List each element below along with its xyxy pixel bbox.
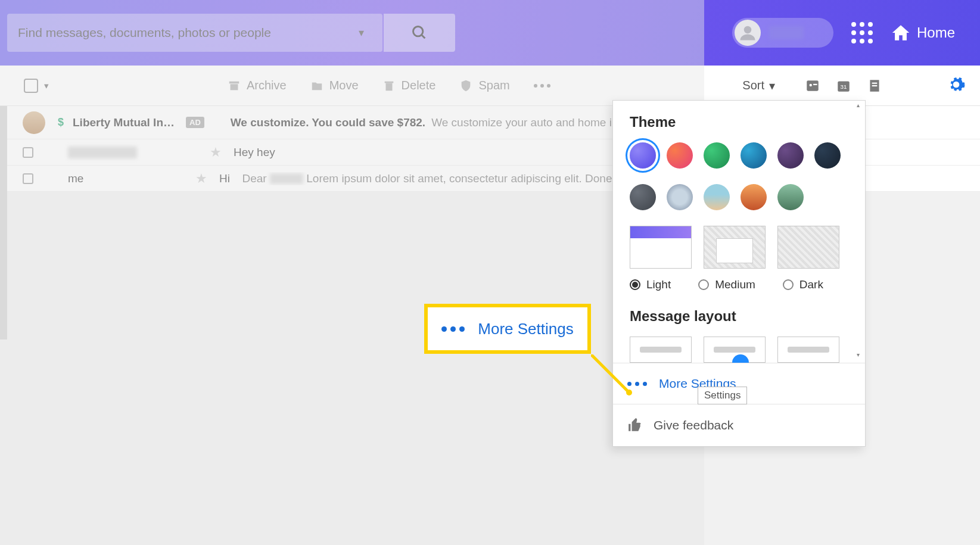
settings-button[interactable]	[947, 75, 966, 96]
star-icon[interactable]: ★	[210, 145, 222, 160]
message-subject: Hey hey	[234, 146, 275, 159]
top-bar: ▾ Home	[0, 0, 980, 66]
theme-swatch[interactable]	[667, 184, 693, 210]
settings-tooltip: Settings	[698, 387, 747, 404]
shield-icon	[459, 79, 472, 92]
contacts-icon[interactable]	[805, 78, 820, 94]
sort-label: Sort	[742, 79, 764, 92]
annotation-callout: More Settings	[424, 304, 591, 354]
radio-medium[interactable]: Medium	[698, 278, 755, 291]
archive-button[interactable]: Archive	[228, 79, 287, 92]
profile-name	[769, 26, 804, 39]
ad-sender: Liberty Mutual Insu…	[73, 116, 179, 129]
ad-badge: AD	[186, 117, 204, 128]
home-icon	[891, 23, 911, 43]
home-link[interactable]: Home	[891, 23, 955, 43]
radio-dark[interactable]: Dark	[783, 278, 823, 291]
svg-text:31: 31	[841, 83, 847, 90]
search-button[interactable]	[384, 14, 455, 52]
ad-subject: We customize. You could save $782.	[231, 116, 425, 129]
theme-mode-cards	[630, 226, 850, 269]
archive-icon	[228, 79, 241, 92]
panel-scrollbar[interactable]	[855, 102, 864, 358]
svg-rect-7	[807, 80, 819, 91]
spam-button[interactable]: Spam	[459, 79, 509, 92]
chevron-down-icon[interactable]: ▾	[359, 26, 364, 39]
mode-card-medium[interactable]	[704, 226, 766, 269]
mode-card-dark[interactable]	[777, 226, 839, 269]
theme-swatch[interactable]	[704, 142, 730, 169]
gear-icon	[947, 75, 966, 94]
theme-swatch[interactable]	[814, 142, 841, 169]
svg-point-0	[413, 27, 423, 36]
svg-rect-13	[872, 82, 878, 83]
message-sender: me	[68, 172, 200, 185]
move-icon	[310, 79, 323, 92]
theme-swatch[interactable]	[667, 142, 693, 169]
theme-swatch[interactable]	[704, 184, 730, 210]
select-all-checkbox[interactable]	[24, 79, 38, 93]
theme-swatch[interactable]	[630, 184, 656, 210]
layout-title: Message layout	[630, 308, 850, 325]
theme-swatch[interactable]	[630, 142, 656, 169]
svg-rect-6	[384, 81, 393, 83]
message-subject: Hi	[219, 172, 230, 185]
preview-hidden	[270, 173, 303, 184]
theme-swatch[interactable]	[777, 184, 804, 210]
spam-label: Spam	[478, 79, 509, 92]
delete-button[interactable]: Delete	[382, 79, 436, 92]
theme-swatch[interactable]	[741, 184, 767, 210]
radio-light-label: Light	[646, 278, 671, 291]
theme-swatch[interactable]	[741, 142, 767, 169]
notepad-icon[interactable]	[867, 78, 882, 94]
preview-prefix: Dear	[242, 172, 267, 185]
theme-swatch-row-1	[630, 142, 850, 169]
chevron-down-icon: ▾	[769, 79, 775, 93]
left-gutter	[0, 66, 7, 340]
star-icon[interactable]: ★	[195, 171, 207, 186]
message-preview: Dear Lorem ipsum dolor sit amet, consect…	[236, 172, 980, 185]
feedback-label: Give feedback	[654, 418, 733, 432]
profile-chip[interactable]	[732, 18, 833, 48]
apps-grid-icon[interactable]	[851, 22, 873, 43]
select-all-chevron-icon[interactable]: ▾	[44, 80, 49, 91]
theme-swatch[interactable]	[777, 142, 804, 169]
sender-hidden	[68, 147, 137, 158]
preview-suffix: Lorem ipsum dolor sit amet, consectetur …	[306, 172, 623, 185]
svg-rect-14	[872, 85, 878, 86]
search-icon	[411, 24, 428, 41]
svg-rect-4	[231, 84, 238, 90]
ad-avatar	[23, 111, 45, 134]
svg-line-1	[422, 35, 425, 39]
trash-icon	[382, 79, 396, 92]
svg-point-2	[744, 26, 752, 34]
move-label: Move	[329, 79, 359, 92]
radio-medium-label: Medium	[715, 278, 755, 291]
mode-card-light[interactable]	[630, 226, 692, 269]
layout-cards: ⌄	[630, 337, 850, 363]
theme-swatch-row-2	[630, 184, 850, 210]
layout-card[interactable]	[777, 337, 839, 363]
move-button[interactable]: Move	[310, 79, 359, 92]
give-feedback-link[interactable]: Give feedback Settings	[613, 404, 865, 446]
theme-title: Theme	[630, 114, 850, 130]
sort-dropdown[interactable]: Sort ▾	[742, 79, 775, 93]
avatar-icon	[735, 20, 761, 46]
svg-rect-3	[229, 81, 239, 83]
search-input[interactable]	[7, 14, 382, 52]
svg-point-8	[810, 83, 812, 86]
radio-dark-label: Dark	[799, 278, 823, 291]
row-checkbox[interactable]	[23, 173, 33, 184]
layout-card[interactable]	[630, 337, 692, 363]
calendar-icon[interactable]: 31	[836, 78, 851, 94]
svg-rect-5	[385, 83, 392, 91]
settings-scroll-area: Theme Light Medium Dark Message layou	[613, 101, 865, 363]
radio-light[interactable]: Light	[630, 278, 671, 291]
toolbar-actions: Archive Move Delete Spam	[228, 79, 550, 92]
search-container: ▾	[7, 14, 382, 52]
svg-rect-9	[813, 83, 817, 85]
sponsor-icon: $	[54, 116, 68, 130]
more-actions-icon[interactable]	[534, 79, 550, 92]
home-label: Home	[917, 24, 955, 41]
row-checkbox[interactable]	[23, 147, 33, 158]
